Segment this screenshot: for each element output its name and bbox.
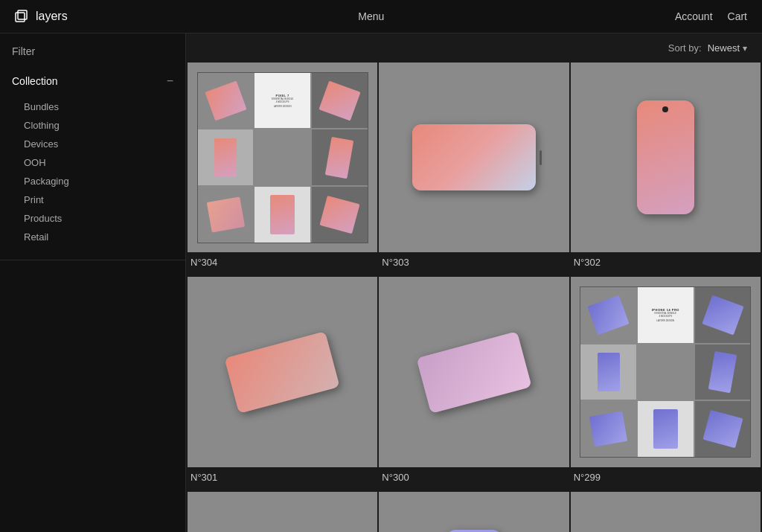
- grid-item-300[interactable]: N°300: [379, 277, 569, 490]
- collection-header[interactable]: Collection −: [12, 71, 173, 92]
- grid-item-297[interactable]: N°297: [379, 492, 569, 532]
- svg-rect-1: [18, 10, 27, 19]
- chevron-down-icon: ▾: [743, 43, 747, 54]
- svg-rect-0: [16, 13, 25, 22]
- toolbar: Sort by: Newest ▾: [186, 33, 762, 63]
- sort-label: Sort by:: [668, 42, 702, 54]
- grid-item-296[interactable]: N°296: [571, 492, 761, 532]
- grid-item-299[interactable]: IPHONE 14 PRO ESSENTIAL BUNDLE 4 MOCKUPS…: [571, 277, 761, 490]
- cart-link[interactable]: Cart: [728, 10, 747, 22]
- sidebar-item-products[interactable]: Products: [12, 209, 173, 228]
- logo[interactable]: layers: [15, 9, 68, 24]
- sidebar: Filter Collection − Bundles Clothing Dev…: [0, 33, 186, 532]
- sort-value: Newest: [708, 42, 740, 54]
- item-label-304: N°304: [188, 252, 377, 275]
- collapse-icon: −: [167, 75, 173, 87]
- grid-item-301[interactable]: N°301: [188, 277, 377, 490]
- sidebar-item-packaging[interactable]: Packaging: [12, 172, 173, 190]
- grid-item-298[interactable]: N°298: [188, 492, 377, 532]
- sidebar-item-print[interactable]: Print: [12, 190, 173, 209]
- sidebar-item-bundles[interactable]: Bundles: [12, 97, 173, 116]
- logo-icon: [15, 9, 30, 24]
- account-link[interactable]: Account: [675, 10, 713, 22]
- item-label-303: N°303: [379, 252, 569, 275]
- item-label-299: N°299: [571, 467, 761, 490]
- collection-label: Collection: [12, 75, 57, 87]
- header: layers Menu Account Cart: [0, 0, 762, 33]
- sidebar-item-devices[interactable]: Devices: [12, 135, 173, 153]
- product-grid: PIXEL 7 ESSENTIAL BUNDLE 4 MOCKUPS LAYER…: [186, 63, 762, 532]
- layout: Filter Collection − Bundles Clothing Dev…: [0, 33, 762, 532]
- grid-item-302[interactable]: N°302: [571, 63, 761, 275]
- logo-text: layers: [36, 10, 68, 23]
- item-label-301: N°301: [188, 467, 377, 490]
- menu-link[interactable]: Menu: [358, 10, 384, 22]
- collection-section: Collection − Bundles Clothing Devices OO…: [0, 63, 185, 260]
- sidebar-nav: Bundles Clothing Devices OOH Packaging P…: [12, 92, 173, 252]
- filter-label: Filter: [0, 33, 185, 63]
- main-content: Sort by: Newest ▾ PIXEL 7 ESSENTIAL BUND…: [186, 33, 762, 532]
- sort-dropdown[interactable]: Newest ▾: [708, 42, 747, 54]
- grid-item-303[interactable]: N°303: [379, 63, 569, 275]
- header-right: Account Cart: [675, 10, 747, 22]
- item-label-302: N°302: [571, 252, 761, 275]
- item-label-300: N°300: [379, 467, 569, 490]
- sidebar-item-clothing[interactable]: Clothing: [12, 116, 173, 135]
- grid-item-304[interactable]: PIXEL 7 ESSENTIAL BUNDLE 4 MOCKUPS LAYER…: [188, 63, 377, 275]
- sidebar-item-ooh[interactable]: OOH: [12, 153, 173, 172]
- sidebar-item-retail[interactable]: Retail: [12, 228, 173, 246]
